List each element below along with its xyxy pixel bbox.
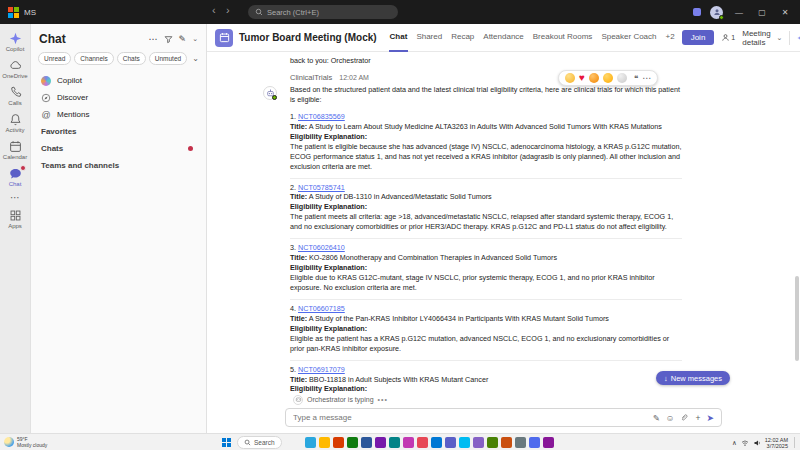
taskbar-app-icon[interactable] bbox=[501, 437, 512, 448]
filter-chats[interactable]: Chats bbox=[117, 52, 146, 65]
close-button[interactable]: ✕ bbox=[778, 8, 792, 17]
taskbar-app-icon[interactable] bbox=[389, 437, 400, 448]
reaction-heart-icon[interactable]: ♥ bbox=[579, 73, 585, 83]
quote-icon[interactable]: ❝ bbox=[634, 74, 638, 83]
titlebar-extra-icon[interactable] bbox=[693, 8, 701, 16]
taskbar-clock[interactable]: 12:02 AM 3/7/2025 bbox=[765, 437, 788, 449]
taskbar-app-icon[interactable] bbox=[361, 437, 372, 448]
rail-item-label: Activity bbox=[5, 127, 24, 133]
send-icon[interactable]: ➤ bbox=[706, 413, 714, 423]
forward-icon[interactable]: › bbox=[226, 4, 230, 16]
taskbar-app-icon[interactable] bbox=[375, 437, 386, 448]
taskbar-app-icon[interactable] bbox=[473, 437, 484, 448]
trial-explanation: The patient meets all criteria: age >18,… bbox=[290, 212, 682, 232]
rail-more-button[interactable]: ⋯ bbox=[0, 194, 30, 202]
sender-name[interactable]: ClinicalTrials bbox=[290, 73, 332, 82]
back-icon[interactable]: ‹ bbox=[212, 4, 216, 16]
attendees-button[interactable]: 1 bbox=[721, 33, 735, 42]
taskbar-app-icon[interactable] bbox=[529, 437, 540, 448]
more-options-icon[interactable]: ⋯ bbox=[149, 34, 158, 44]
section-chats[interactable]: Chats bbox=[31, 140, 206, 157]
volume-icon[interactable] bbox=[753, 439, 761, 447]
nct-link[interactable]: NCT06026410 bbox=[298, 243, 345, 252]
user-avatar[interactable] bbox=[710, 6, 723, 19]
message-composer[interactable]: ✎ ☺ + ➤ bbox=[285, 408, 722, 427]
taskbar-search-label: Search bbox=[254, 439, 275, 446]
start-button[interactable] bbox=[222, 438, 231, 447]
tab-attendance[interactable]: Attendance bbox=[482, 24, 524, 52]
maximize-button[interactable]: ▢ bbox=[755, 8, 769, 17]
taskbar-app-icon[interactable] bbox=[305, 437, 316, 448]
weather-widget[interactable]: 59°F Mostly cloudy bbox=[4, 436, 47, 448]
chevron-down-icon[interactable]: ⌄ bbox=[192, 35, 198, 43]
filter-unread[interactable]: Unread bbox=[38, 52, 71, 65]
tab-speaker-coach[interactable]: Speaker Coach bbox=[600, 24, 657, 52]
taskbar-app-icon[interactable] bbox=[347, 437, 358, 448]
rail-item-chat[interactable]: Chat bbox=[0, 167, 30, 187]
taskbar-app-icon[interactable] bbox=[515, 437, 526, 448]
tab-recap[interactable]: Recap bbox=[450, 24, 475, 52]
global-search[interactable] bbox=[248, 5, 398, 19]
section-label: Teams and channels bbox=[41, 161, 119, 170]
rail-item-calls[interactable]: Calls bbox=[0, 86, 30, 106]
emoji-icon[interactable]: ☺ bbox=[666, 413, 675, 423]
taskbar-app-icon[interactable] bbox=[431, 437, 442, 448]
search-input[interactable] bbox=[267, 8, 391, 17]
reaction-like-icon[interactable] bbox=[565, 73, 575, 83]
rail-item-copilot[interactable]: Copilot bbox=[0, 32, 30, 52]
section-teams-and-channels[interactable]: Teams and channels bbox=[31, 157, 206, 174]
taskbar-app-icon[interactable] bbox=[403, 437, 414, 448]
nct-link[interactable]: NCT05785741 bbox=[298, 183, 345, 192]
filter-icon[interactable] bbox=[164, 35, 173, 44]
taskbar-app-icon[interactable] bbox=[459, 437, 470, 448]
list-item-discover[interactable]: Discover bbox=[31, 89, 206, 106]
list-item-copilot[interactable]: Copilot bbox=[31, 72, 206, 89]
message-input[interactable] bbox=[293, 413, 647, 422]
format-icon[interactable]: ✎ bbox=[653, 413, 660, 423]
reaction-laugh-icon[interactable] bbox=[589, 73, 599, 83]
nct-link[interactable]: NCT06835569 bbox=[298, 112, 345, 121]
reaction-surprised-icon[interactable] bbox=[603, 73, 613, 83]
wifi-icon[interactable] bbox=[741, 439, 749, 447]
new-chat-icon[interactable]: ✎ bbox=[179, 34, 187, 44]
taskbar-app-icon[interactable] bbox=[487, 437, 498, 448]
tab-breakout-rooms[interactable]: Breakout Rooms bbox=[532, 24, 594, 52]
nct-link[interactable]: NCT06607185 bbox=[298, 304, 345, 313]
reaction-sad-icon[interactable] bbox=[617, 73, 627, 83]
taskbar-app-icon[interactable] bbox=[543, 437, 554, 448]
plus-icon[interactable]: + bbox=[695, 413, 700, 423]
list-item-mentions[interactable]: @ Mentions bbox=[31, 106, 206, 123]
rail-item-onedrive[interactable]: OneDrive bbox=[0, 59, 30, 79]
join-button[interactable]: Join bbox=[682, 30, 715, 45]
rail-item-apps[interactable]: Apps bbox=[0, 209, 30, 229]
eligibility-label: Eligibility Explanation: bbox=[290, 384, 367, 393]
taskbar-app-icon[interactable] bbox=[445, 437, 456, 448]
rail-item-calendar[interactable]: Calendar bbox=[0, 140, 30, 160]
chevron-down-icon[interactable]: ⌄ bbox=[192, 54, 199, 63]
scrollbar-thumb[interactable] bbox=[795, 276, 799, 361]
attach-icon[interactable] bbox=[680, 413, 689, 422]
calendar-icon bbox=[9, 140, 22, 153]
tab-shared[interactable]: Shared bbox=[415, 24, 443, 52]
filter-unmuted[interactable]: Unmuted bbox=[149, 52, 187, 65]
rail-item-activity[interactable]: Activity bbox=[0, 113, 30, 133]
nct-link[interactable]: NCT06917079 bbox=[298, 365, 345, 374]
minimize-button[interactable]: — bbox=[732, 8, 746, 17]
tab-chat[interactable]: Chat bbox=[389, 24, 409, 52]
tab-more[interactable]: +2 bbox=[665, 24, 676, 52]
filter-channels[interactable]: Channels bbox=[74, 52, 113, 65]
section-label: Favorites bbox=[41, 127, 77, 136]
meeting-details-button[interactable]: Meeting details ⌄ bbox=[742, 29, 782, 47]
taskbar-app-icon[interactable] bbox=[333, 437, 344, 448]
chevron-up-icon[interactable]: ∧ bbox=[732, 439, 737, 447]
section-favorites[interactable]: Favorites bbox=[31, 123, 206, 140]
new-messages-button[interactable]: ↓ New messages bbox=[656, 371, 730, 385]
more-options-icon[interactable]: ⋯ bbox=[642, 73, 651, 83]
taskbar-app-icon[interactable] bbox=[417, 437, 428, 448]
taskbar-app-icon[interactable] bbox=[319, 437, 330, 448]
title-label: Title: bbox=[290, 375, 307, 384]
show-desktop-button[interactable] bbox=[794, 437, 796, 448]
sender-avatar[interactable] bbox=[263, 86, 277, 100]
taskbar-search[interactable]: Search bbox=[237, 436, 282, 449]
scrollbar[interactable] bbox=[794, 56, 799, 389]
